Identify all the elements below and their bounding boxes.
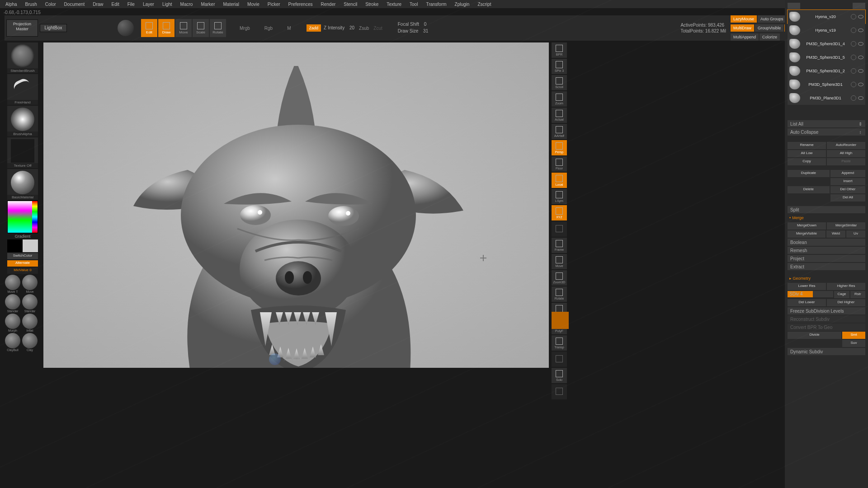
brush-morph[interactable]: Morph <box>5 314 21 332</box>
dellower-button[interactable]: Del Lower <box>788 299 826 306</box>
eye-icon[interactable] <box>858 69 863 73</box>
menu-stroke[interactable]: Stroke <box>365 2 378 7</box>
shelf-zoom[interactable]: Zoom <box>552 91 567 107</box>
shelf-transp[interactable]: Transp <box>552 335 567 351</box>
midvalue-slider[interactable]: MidValue 0 <box>7 267 38 274</box>
paste-button[interactable]: Paste <box>827 158 865 165</box>
visibility-icon[interactable] <box>851 55 856 60</box>
autogroups-button[interactable]: Auto Groups <box>758 15 786 23</box>
shelf-actual[interactable]: Actual <box>552 108 567 123</box>
zcut-button[interactable]: Zcut <box>373 26 382 31</box>
alternate-button[interactable]: Alternate <box>7 260 38 267</box>
menu-file[interactable]: File <box>127 2 135 7</box>
listall-button[interactable]: List All⇕ <box>788 120 865 127</box>
lightbox-button[interactable]: LightBox <box>40 24 67 32</box>
rstr-button[interactable]: Rstr <box>850 291 865 298</box>
draw-mode-button[interactable]: Draw <box>158 19 175 37</box>
duplicate-button[interactable]: Duplicate <box>788 170 830 177</box>
visibility-icon[interactable] <box>851 68 856 74</box>
shelf-blank[interactable] <box>552 352 567 367</box>
visibility-icon[interactable] <box>851 28 856 33</box>
divide-button[interactable]: Divide <box>788 332 841 339</box>
brush-inflat[interactable]: Inflat <box>22 314 38 332</box>
draw-size-slider[interactable]: Draw Size 31 <box>398 28 428 33</box>
shelf-blank[interactable] <box>552 221 567 237</box>
autocollapse-button[interactable]: Auto Collapse↕ <box>788 128 865 136</box>
menu-document[interactable]: Document <box>64 2 85 7</box>
suv-button[interactable]: Suv <box>842 340 865 347</box>
alllow-button[interactable]: All Low <box>788 150 826 157</box>
color-picker[interactable] <box>7 201 38 233</box>
hue-strip[interactable] <box>32 201 38 233</box>
subtool-pm3d_sphere3d1_5[interactable]: PM3D_Sphere3D1_5 <box>788 51 865 64</box>
eye-icon[interactable] <box>858 28 863 32</box>
menu-macro[interactable]: Macro <box>180 2 193 7</box>
project-button[interactable]: Project <box>788 255 865 262</box>
projection-master-button[interactable]: Projection Master <box>6 19 38 37</box>
brush-slot[interactable]: StandardBrush <box>7 42 38 73</box>
menu-movie[interactable]: Movie <box>247 2 259 7</box>
shelf-frame[interactable]: Frame <box>552 238 567 253</box>
home-icon[interactable] <box>788 3 794 9</box>
shelf-persp[interactable]: Persp <box>552 140 567 155</box>
sort-icon[interactable]: ↕ <box>858 130 863 135</box>
visibility-icon[interactable] <box>851 41 856 47</box>
menu-bar[interactable]: AlphaBrushColorDocumentDrawEditFileLayer… <box>0 0 868 8</box>
mergevisible-button[interactable]: MergeVisible <box>788 230 826 238</box>
delhigher-button[interactable]: Del Higher <box>827 299 865 306</box>
active-tool-thumb[interactable] <box>552 312 569 329</box>
lowerres-button[interactable]: Lower Res <box>788 283 826 290</box>
gradient-label[interactable]: Gradient <box>15 234 31 239</box>
menu-marker[interactable]: Marker <box>201 2 215 7</box>
shelf-blank[interactable] <box>552 384 567 399</box>
shelf-xyz[interactable]: XYZ <box>552 205 567 221</box>
eye-icon[interactable] <box>858 42 863 46</box>
remesh-button[interactable]: Remesh <box>788 247 865 254</box>
weld-button[interactable]: Weld <box>826 230 845 238</box>
menu-edit[interactable]: Edit <box>112 2 119 7</box>
copy-button[interactable]: Copy <box>788 158 826 165</box>
autoreorder-button[interactable]: AutoReorder <box>827 142 865 149</box>
smt-button[interactable]: Smt <box>842 332 865 339</box>
menu-preferences[interactable]: Preferences <box>288 2 313 7</box>
multidraw-button[interactable]: MultiDraw <box>731 24 754 32</box>
alpha-slot[interactable]: BrushAlpha <box>7 106 38 136</box>
split-button[interactable]: Split <box>788 206 865 213</box>
rgb-button[interactable]: Rgb <box>264 26 273 31</box>
scale-mode-button[interactable]: Scale <box>193 19 209 37</box>
convertbpr-button[interactable]: Convert BPR To Geo <box>788 324 865 331</box>
multiappend-button[interactable]: MultiAppend <box>731 33 759 41</box>
menu-brush[interactable]: Brush <box>25 2 37 7</box>
merge-header[interactable]: Merge <box>788 214 865 221</box>
menu-render[interactable]: Render <box>321 2 336 7</box>
delother-button[interactable]: Del Other <box>830 186 865 193</box>
menu-color[interactable]: Color <box>45 2 56 7</box>
brush-standar[interactable]: Standar <box>5 294 21 313</box>
lazymouse-button[interactable]: LazyMouse <box>731 15 757 23</box>
reconstruct-button[interactable]: Reconstruct Subdiv <box>788 315 865 323</box>
texture-slot[interactable]: Texture Off <box>7 137 38 168</box>
menu-zplugin[interactable]: Zplugin <box>455 2 470 7</box>
higherres-button[interactable]: Higher Res <box>827 283 865 290</box>
brush-standar[interactable]: Standar <box>22 294 38 313</box>
extract-button[interactable]: Extract <box>788 263 865 270</box>
append-button[interactable]: Append <box>830 170 865 177</box>
menu-tool[interactable]: Tool <box>410 2 418 7</box>
collapse-icon[interactable] <box>859 3 865 9</box>
uv-button[interactable]: Uv <box>846 230 865 238</box>
shelf-scroll[interactable]: Scroll <box>552 75 567 90</box>
subtool-pm3d_sphere3d1_2[interactable]: PM3D_Sphere3D1_2 <box>788 64 865 78</box>
delete-button[interactable]: Delete <box>788 186 830 193</box>
brush-move[interactable]: Move <box>22 275 38 293</box>
groupvisible-button[interactable]: GroupVisible <box>755 24 783 32</box>
menu-light[interactable]: Light <box>162 2 172 7</box>
shelf-floor[interactable]: Floor <box>552 156 567 172</box>
mrgb-button[interactable]: Mrgb <box>240 26 250 31</box>
eye-icon[interactable] <box>858 83 863 86</box>
zadd-button[interactable]: Zadd <box>307 24 321 32</box>
brush-clay[interactable]: Clay <box>22 333 38 352</box>
menu-zscript[interactable]: Zscript <box>477 2 491 7</box>
focal-shift-slider[interactable]: Focal Shift 0 <box>398 22 428 27</box>
insert-button[interactable]: Insert <box>830 178 865 185</box>
delall-button[interactable]: Del All <box>830 194 865 202</box>
